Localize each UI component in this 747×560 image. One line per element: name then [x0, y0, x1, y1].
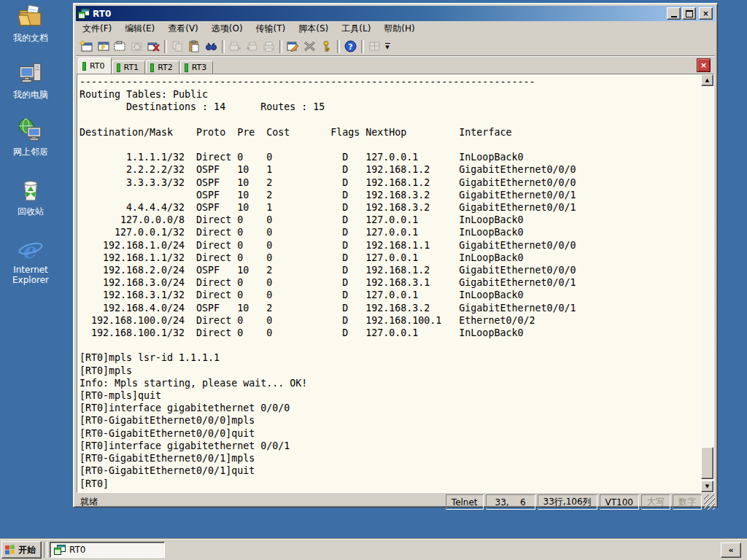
desktop-icon-internet-explorer[interactable]: e Internet Explorer	[0, 237, 61, 286]
session-tab-bar: RT0 RT1 RT2 RT3 ×	[76, 57, 715, 74]
taskbar-divider	[44, 542, 47, 558]
my-documents-icon	[18, 4, 44, 30]
toolbar-separator	[222, 40, 225, 53]
vertical-scrollbar[interactable]: ▲ ▼	[701, 74, 713, 492]
receive-file-icon[interactable]	[244, 39, 260, 55]
session-connected-icon	[185, 63, 188, 72]
window-title: RT0	[93, 9, 665, 19]
minimize-button[interactable]	[667, 7, 681, 20]
send-file-icon[interactable]	[227, 39, 244, 55]
desktop-icon-my-computer[interactable]: 我的电脑	[0, 61, 61, 101]
internet-explorer-icon: e	[18, 237, 44, 263]
status-cursor-position: 33, 6	[486, 494, 535, 510]
global-options-icon[interactable]	[301, 39, 318, 55]
session-options-icon[interactable]	[285, 39, 301, 55]
terminal-output[interactable]: ----------------------------------------…	[80, 76, 700, 491]
tab-rt3[interactable]: RT3	[180, 61, 214, 74]
menu-options[interactable]: 选项(O)	[205, 21, 249, 36]
title-bar[interactable]: RT0 ×	[76, 6, 715, 21]
task-button-rt0[interactable]: RT0	[50, 542, 165, 558]
find-icon[interactable]	[203, 39, 220, 55]
desktop-icon-label: 我的电脑	[13, 90, 48, 100]
tab-label: RT0	[90, 61, 105, 71]
tab-rt0[interactable]: RT0	[78, 58, 112, 74]
menu-file[interactable]: 文件(F)	[76, 21, 118, 36]
connect-icon[interactable]	[95, 39, 112, 55]
tab-label: RT1	[124, 63, 139, 72]
session-connected-icon	[150, 63, 154, 72]
print-icon[interactable]	[260, 39, 277, 55]
desktop-icon-label: Internet Explorer	[4, 265, 58, 285]
start-label: 开始	[18, 544, 36, 556]
minimize-icon	[671, 16, 677, 18]
status-num-lock: 数字	[673, 494, 702, 510]
chevron-left-icon: «	[728, 545, 733, 555]
copy-icon[interactable]	[169, 39, 186, 55]
status-ready: 就绪	[76, 494, 444, 510]
help-icon[interactable]: ?	[342, 39, 359, 55]
svg-text:?: ?	[348, 42, 352, 52]
menu-help[interactable]: 帮助(H)	[377, 21, 421, 36]
status-protocol: Telnet	[446, 494, 484, 510]
scroll-down-button[interactable]: ▼	[701, 481, 713, 492]
toolbar: ? ▼	[76, 36, 715, 57]
scroll-up-button[interactable]: ▲	[701, 74, 713, 86]
close-button[interactable]: ×	[699, 7, 713, 20]
windows-icon[interactable]	[366, 39, 383, 55]
status-caps-lock: 大写	[641, 494, 670, 510]
tab-rt2[interactable]: RT2	[146, 61, 179, 74]
start-button[interactable]: 开始	[1, 541, 42, 559]
tab-rt1[interactable]: RT1	[112, 61, 146, 74]
taskbar: 开始 RT0 «	[0, 539, 747, 560]
desktop-icon-network-places[interactable]: 网上邻居	[0, 117, 61, 158]
disconnect-icon[interactable]	[145, 39, 162, 55]
toolbar-separator	[164, 40, 167, 53]
desktop-icon-label: 回收站	[18, 206, 44, 217]
toolbar-separator	[279, 40, 282, 53]
desktop-icon-label: 我的文档	[13, 33, 48, 43]
maximize-button[interactable]	[682, 7, 696, 20]
my-computer-icon	[18, 61, 44, 87]
toolbar-separator	[337, 40, 340, 53]
maximize-icon	[686, 10, 693, 18]
taskbar-overflow-button[interactable]: «	[721, 542, 741, 558]
desktop-icon-recycle-bin[interactable]: 回收站	[0, 177, 61, 217]
scrollbar-thumb[interactable]	[701, 447, 713, 479]
task-label: RT0	[69, 545, 85, 555]
menu-transfer[interactable]: 传输(T)	[249, 21, 293, 36]
reconnect-icon[interactable]	[128, 39, 145, 55]
resize-grip[interactable]	[704, 494, 715, 510]
toolbar-overflow-icon[interactable]: ▼	[383, 39, 392, 55]
svg-text:e: e	[22, 238, 37, 263]
quick-connect-icon[interactable]	[112, 39, 128, 55]
status-emulation: VT100	[600, 494, 639, 510]
menu-script[interactable]: 脚本(S)	[292, 21, 335, 36]
session-connected-icon	[117, 63, 120, 72]
menu-view[interactable]: 查看(V)	[161, 21, 205, 36]
status-grid-size: 33行,106列	[538, 494, 597, 510]
task-app-icon	[54, 545, 66, 555]
terminal-window: RT0 × 文件(F) 编辑(E) 查看(V) 选项(O) 传输(T) 脚本(S…	[73, 3, 718, 508]
tab-label: RT2	[158, 63, 173, 72]
menu-bar: 文件(F) 编辑(E) 查看(V) 选项(O) 传输(T) 脚本(S) 工具(L…	[76, 21, 715, 36]
desktop-icon-label: 网上邻居	[13, 147, 48, 157]
windows-logo-icon	[5, 545, 15, 555]
new-session-icon[interactable]	[78, 39, 95, 55]
tab-close-button[interactable]: ×	[697, 58, 711, 72]
close-icon: ×	[703, 10, 708, 18]
paste-icon[interactable]	[186, 39, 203, 55]
network-places-icon	[18, 117, 44, 144]
status-bar: 就绪 Telnet 33, 6 33行,106列 VT100 大写 数字	[76, 493, 715, 510]
tab-label: RT3	[192, 63, 207, 72]
session-connected-icon	[82, 62, 86, 71]
tab-close-icon: ×	[700, 61, 707, 69]
desktop-icon-my-documents[interactable]: 我的文档	[0, 4, 61, 44]
key-agent-icon[interactable]	[318, 39, 335, 55]
toolbar-separator	[361, 40, 364, 53]
terminal-area[interactable]: ----------------------------------------…	[77, 74, 714, 493]
recycle-bin-icon	[18, 177, 44, 203]
menu-tools[interactable]: 工具(L)	[335, 21, 377, 36]
menu-edit[interactable]: 编辑(E)	[118, 21, 161, 36]
app-icon	[78, 9, 90, 19]
